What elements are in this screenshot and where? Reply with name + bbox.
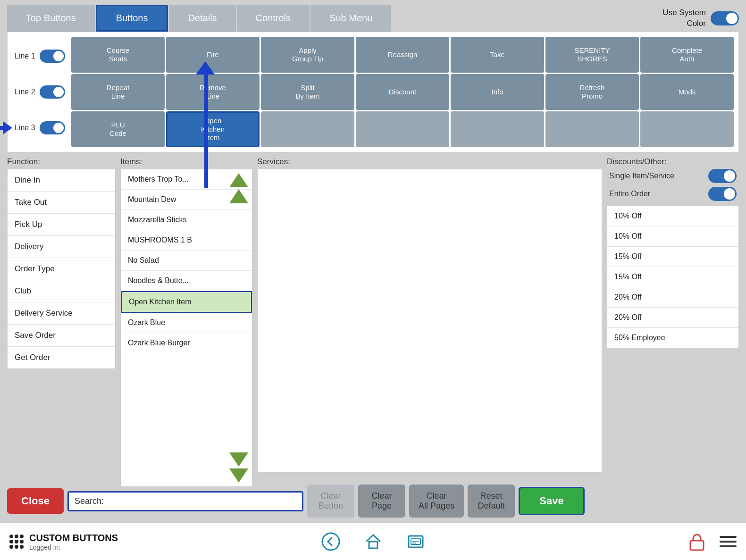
entire-order-toggle-row: Entire Order — [607, 187, 739, 201]
discounts-label: Discounts/Other: — [607, 157, 739, 167]
discount-10-off-1[interactable]: 10% Off — [607, 206, 738, 226]
grid-btn-mods[interactable]: Mods — [640, 74, 734, 110]
item-open-kitchen[interactable]: Open Kitchen Item — [121, 291, 252, 313]
items-label: Items: — [120, 157, 252, 167]
entire-order-toggle[interactable] — [708, 187, 737, 201]
line3-toggle[interactable] — [40, 121, 65, 134]
dots-icon — [9, 535, 24, 549]
close-button[interactable]: Close — [7, 488, 64, 514]
bottom-bar: Close Search: ClearButton ClearPage Clea… — [0, 480, 746, 522]
tab-details[interactable]: Details — [169, 5, 235, 32]
search-area: Search: — [67, 491, 303, 511]
grid-btn-empty-6 — [545, 111, 639, 147]
function-item-delivery[interactable]: Delivery — [8, 236, 115, 258]
function-item-save-order[interactable]: Save Order — [8, 325, 115, 347]
discount-15-off-2[interactable]: 15% Off — [607, 267, 738, 287]
services-label: Services: — [257, 157, 602, 167]
item-mushrooms[interactable]: MUSHROOMS 1 B — [121, 230, 252, 251]
function-item-order-type[interactable]: Order Type — [8, 258, 115, 280]
discount-20-off-1[interactable]: 20% Off — [607, 287, 738, 308]
grid-btn-repeat-line[interactable]: RepeatLine — [71, 74, 165, 110]
line2-toggle[interactable] — [40, 85, 65, 99]
line1-toggle[interactable] — [40, 50, 65, 63]
grid-btn-complete-auth[interactable]: CompleteAuth — [640, 37, 734, 73]
scroll-down-btn[interactable] — [229, 452, 248, 483]
footer-text: CUSTOM BUTTONS Logged In: — [29, 532, 118, 551]
grid-btn-apply-group-tip[interactable]: ApplyGroup Tip — [261, 37, 354, 73]
grid-btn-info[interactable]: Info — [451, 74, 544, 110]
tab-top-buttons[interactable]: Top Buttons — [7, 5, 95, 32]
item-ozark-blue-burger[interactable]: Ozark Blue Burger — [121, 333, 252, 353]
tabs-group: Top Buttons Buttons Details Controls Sub… — [7, 5, 391, 32]
line2-label: Line 2 — [15, 88, 36, 96]
svg-rect-1 — [369, 542, 377, 548]
grid-btn-fire[interactable]: Fire — [166, 37, 260, 73]
discount-15-off-1[interactable]: 15% Off — [607, 247, 738, 267]
item-ozark-blue[interactable]: Ozark Blue — [121, 313, 252, 333]
grid-btn-course-seats[interactable]: CourseSeats — [71, 37, 165, 73]
clear-all-pages-btn[interactable]: ClearAll Pages — [409, 485, 464, 518]
grid-btn-discount[interactable]: Discount — [356, 74, 449, 110]
item-mozzarella-sticks[interactable]: Mozzarella Sticks — [121, 210, 252, 230]
single-item-toggle[interactable] — [708, 169, 737, 183]
buttons-grid: CourseSeats Fire ApplyGroup Tip Reassign… — [71, 37, 734, 147]
grid-btn-remove-line[interactable]: RemoveLine — [166, 74, 260, 110]
function-item-delivery-service[interactable]: Delivery Service — [8, 302, 115, 325]
discounts-column: Discounts/Other: Single Item/Service Ent… — [607, 157, 739, 475]
grid-btn-open-kitchen-item[interactable]: OpenKitchenItem — [166, 111, 260, 147]
discount-20-off-2[interactable]: 20% Off — [607, 308, 738, 328]
footer: CUSTOM BUTTONS Logged In: — [0, 522, 746, 560]
reset-default-btn[interactable]: ResetDefault — [468, 485, 515, 518]
clear-button-btn[interactable]: ClearButton — [307, 485, 354, 518]
lines-column: Line 1 Line 2 Line 3 — [12, 37, 69, 147]
tabs-row: Top Buttons Buttons Details Controls Sub… — [7, 5, 739, 32]
footer-right — [555, 532, 737, 551]
back-icon[interactable] — [321, 532, 340, 551]
scroll-up-btn[interactable] — [229, 173, 248, 203]
tab-sub-menu[interactable]: Sub Menu — [310, 5, 391, 32]
clear-page-btn[interactable]: ClearPage — [358, 485, 405, 518]
menu-icon[interactable] — [720, 535, 737, 549]
search-input[interactable] — [109, 496, 296, 506]
save-button[interactable]: Save — [519, 487, 585, 515]
line1-label: Line 1 — [15, 52, 36, 60]
items-list: Mothers Trop To... Mountain Dew Mozzarel… — [120, 169, 252, 487]
grid-btn-empty-4 — [356, 111, 449, 147]
grid-btn-split-by-item[interactable]: SplitBy Item — [261, 74, 354, 110]
footer-nav — [191, 532, 555, 551]
search-label: Search: — [75, 496, 104, 506]
footer-logged-in: Logged In: — [29, 543, 118, 551]
function-item-club[interactable]: Club — [8, 280, 115, 302]
register-icon[interactable] — [406, 532, 425, 551]
grid-btn-empty-5 — [451, 111, 544, 147]
tab-buttons[interactable]: Buttons — [96, 5, 168, 32]
item-no-salad[interactable]: No Salad — [121, 251, 252, 271]
grid-btn-serenity-shores[interactable]: SERENITYSHORES — [545, 37, 639, 73]
services-column: Services: — [257, 157, 602, 475]
home-icon[interactable] — [364, 532, 383, 551]
discount-toggles: Single Item/Service Entire Order — [607, 169, 739, 201]
discount-10-off-2[interactable]: 10% Off — [607, 226, 738, 247]
grid-btn-reassign[interactable]: Reassign — [356, 37, 449, 73]
use-system-color-toggle[interactable] — [711, 11, 739, 25]
tab-controls[interactable]: Controls — [237, 5, 310, 32]
line3-arrow — [0, 121, 12, 134]
grid-btn-plu-code[interactable]: PLUCode — [71, 111, 165, 147]
function-item-get-order[interactable]: Get Order — [8, 347, 115, 368]
svg-rect-6 — [690, 541, 704, 550]
item-noodles[interactable]: Noodles & Butte... — [121, 271, 252, 291]
function-list: Dine In Take Out Pick Up Delivery Order … — [7, 169, 116, 369]
discount-50-employee[interactable]: 50% Employee — [607, 328, 738, 348]
lock-icon[interactable] — [688, 532, 705, 551]
svg-point-0 — [322, 533, 339, 550]
grid-btn-empty-7 — [640, 111, 734, 147]
grid-btn-take[interactable]: Take — [451, 37, 544, 73]
function-item-take-out[interactable]: Take Out — [8, 192, 115, 214]
function-item-dine-in[interactable]: Dine In — [8, 169, 115, 192]
services-list — [257, 169, 602, 473]
footer-app-name: CUSTOM BUTTONS — [29, 532, 118, 543]
function-item-pick-up[interactable]: Pick Up — [8, 214, 115, 236]
content-box: Line 1 Line 2 Line 3 — [7, 32, 739, 152]
footer-logo: CUSTOM BUTTONS Logged In: — [9, 532, 191, 551]
grid-btn-refresh-promo[interactable]: RefreshPromo — [545, 74, 639, 110]
